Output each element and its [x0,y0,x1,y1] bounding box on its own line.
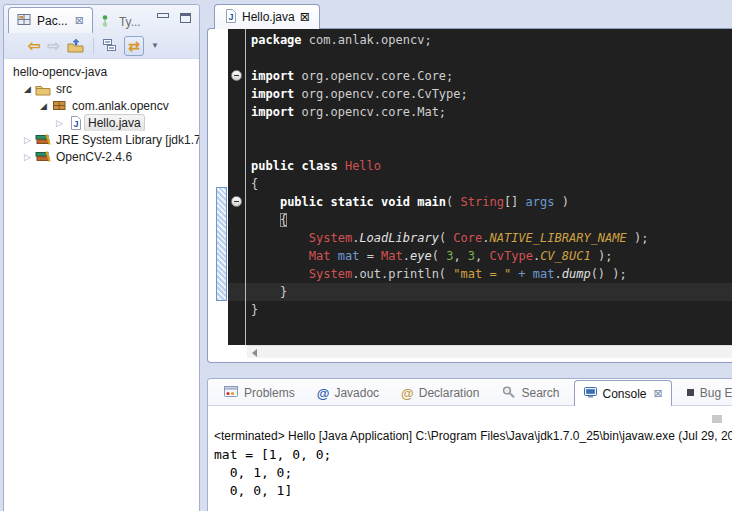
tab-label: Search [521,386,559,400]
type-hierarchy-icon [101,14,114,31]
code-line-8[interactable]: public class Hello [228,157,732,175]
toolbar-separator [93,38,94,54]
tree-expanded-icon[interactable]: ◢ [21,84,34,94]
code-line-9[interactable]: { [228,175,732,193]
tree-expanded-icon[interactable]: ◢ [37,101,50,111]
library-icon [34,150,52,163]
search-icon [501,385,516,402]
horizontal-scrollbar[interactable] [247,345,732,358]
tab-label: Console [603,387,647,401]
code-area[interactable]: package com.anlak.opencv;import org.open… [228,29,732,345]
tab-package-explorer-label: Pac... [37,14,68,28]
console-toolbar-fragment [712,415,722,423]
tab-label: Problems [244,386,295,400]
tab-type-hierarchy-label: Ty... [119,15,141,29]
close-icon[interactable]: ⊠ [75,14,84,27]
package-icon [50,99,68,112]
console-status-line: <terminated> Hello [Java Application] C:… [214,429,732,443]
up-folder-icon[interactable] [67,36,84,56]
code-line-10[interactable]: public static void main( String[] args ) [228,193,732,211]
code-line-15[interactable]: } [228,283,732,301]
code-line-3[interactable]: import org.opencv.core.Core; [228,67,732,85]
tree-item-com-anlak-opencv[interactable]: ◢com.anlak.opencv [4,97,199,114]
code-line-2[interactable] [228,49,732,67]
package-explorer-panel: Pac... ⊠ Ty... ⇦ ⇨ ⇄ ▼ [3,4,200,511]
java-file-icon: J [66,116,84,130]
tree-item-hello-java[interactable]: ▷JHello.java [4,114,199,131]
bottom-panel: Problems@Javadoc@DeclarationSearchConsol… [207,378,732,511]
editor-tab-label: Hello.java [242,10,295,24]
bottom-tabbar: Problems@Javadoc@DeclarationSearchConsol… [208,379,732,406]
tree-item-label: com.anlak.opencv [68,97,173,114]
tab-bug-explorer[interactable]: Bug Explorer [678,381,732,405]
tab-label: Javadoc [334,386,379,400]
collapse-all-icon[interactable] [103,36,117,56]
console-output: mat = [1, 0, 0; 0, 1, 0; 0, 0, 1] [214,446,732,500]
code-line-5[interactable]: import org.opencv.core.Mat; [228,103,732,121]
tree-collapsed-icon[interactable]: ▷ [53,118,66,128]
package-explorer-header: Pac... ⊠ Ty... ⇦ ⇨ ⇄ ▼ [4,5,199,59]
panel-window-buttons [157,13,191,23]
svg-text:J: J [228,12,233,22]
tree-item-label: JRE System Library [jdk1.7.0_25] [52,131,199,148]
tab-hello-java[interactable]: J Hello.java ⊠ [214,4,320,29]
minimize-icon[interactable] [157,13,168,22]
package-explorer-icon [17,12,32,29]
project-tree: hello-opencv-java◢src◢com.anlak.opencv▷J… [4,59,199,165]
scroll-left-icon[interactable] [252,349,257,357]
editor-content: package com.anlak.opencv;import org.open… [207,28,732,363]
link-with-editor-icon[interactable]: ⇄ [124,36,144,56]
library-icon [34,133,52,146]
code-line-4[interactable]: import org.opencv.core.CvType; [228,85,732,103]
view-menu-icon[interactable]: ▼ [151,36,159,56]
tab-package-explorer[interactable]: Pac... ⊠ [8,7,93,33]
javadoc-icon: @ [317,386,330,401]
tab-label: Declaration [419,386,480,400]
code-line-6[interactable] [228,121,732,139]
tree-item-label: Hello.java [84,114,145,131]
code-line-1[interactable]: package com.anlak.opencv; [228,31,732,49]
tree-item-src[interactable]: ◢src [4,80,199,97]
eclipse-window: Pac... ⊠ Ty... ⇦ ⇨ ⇄ ▼ [0,0,732,511]
editor-tabbar: J Hello.java ⊠ [207,4,732,28]
tree-item-opencv-2-4-6[interactable]: ▷OpenCV-2.4.6 [4,148,199,165]
code-line-7[interactable] [228,139,732,157]
tree-collapsed-icon[interactable]: ▷ [21,135,34,145]
fold-collapse-icon[interactable] [231,196,242,207]
range-indicator [216,187,227,301]
problems-icon [224,385,239,401]
tab-search[interactable]: Search [493,381,567,405]
console-icon [583,386,598,402]
code-line-13[interactable]: Mat mat = Mat.eye( 3, 3, CvType.CV_8UC1 … [228,247,732,265]
fold-collapse-icon[interactable] [231,70,242,81]
close-icon[interactable]: ⊠ [654,387,663,400]
tree-item-label: src [52,80,76,97]
tree-collapsed-icon[interactable]: ▷ [21,152,34,162]
close-icon[interactable]: ⊠ [300,10,310,24]
code-line-12[interactable]: System.LoadLibrary( Core.NATIVE_LIBRARY_… [228,229,732,247]
tab-type-hierarchy[interactable]: Ty... [93,11,149,33]
code-line-14[interactable]: System.out.println( "mat = " + mat.dump(… [228,265,732,283]
tree-item-hello-opencv-java[interactable]: hello-opencv-java [4,63,199,80]
tab-problems[interactable]: Problems [216,381,303,405]
java-file-icon: J [224,9,237,26]
declaration-icon: @ [401,386,414,401]
square-icon [686,386,695,400]
editor-panel: J Hello.java ⊠ package com.anlak.opencv;… [207,4,732,363]
tab-javadoc[interactable]: @Javadoc [309,381,387,405]
code-line-16[interactable]: } [228,301,732,319]
tab-console[interactable]: Console⊠ [574,380,672,406]
tree-item-label: hello-opencv-java [9,63,111,80]
back-icon[interactable]: ⇦ [28,36,41,56]
tab-declaration[interactable]: @Declaration [393,381,487,405]
svg-text:J: J [73,119,78,129]
code-line-11[interactable]: { [228,211,732,229]
gutter-divider [245,29,246,345]
package-explorer-toolbar: ⇦ ⇨ ⇄ ▼ [4,33,199,58]
maximize-icon[interactable] [180,13,191,23]
tree-item-jre-system-library-jdk1-7-0-25-[interactable]: ▷JRE System Library [jdk1.7.0_25] [4,131,199,148]
tab-label: Bug Explorer [700,386,732,400]
forward-icon[interactable]: ⇨ [48,36,61,56]
tree-item-label: OpenCV-2.4.6 [52,148,136,165]
src-folder-icon [34,82,52,96]
